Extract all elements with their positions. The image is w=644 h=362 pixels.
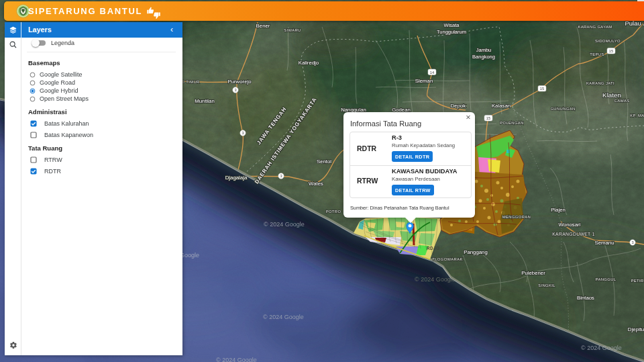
svg-text:KARANG JATI: KARANG JATI xyxy=(586,81,614,85)
svg-text:SINGKIL: SINGKIL xyxy=(538,283,555,287)
svg-text:POTRO: POTRO xyxy=(326,210,341,214)
svg-text:Klaten: Klaten xyxy=(602,91,621,99)
svg-text:Wates: Wates xyxy=(309,181,323,187)
svg-text:Kaliredjo: Kaliredjo xyxy=(299,60,319,66)
svg-text:Wisata: Wisata xyxy=(444,22,460,28)
svg-text:Jambu: Jambu xyxy=(476,47,492,53)
svg-text:Djepitu: Djepitu xyxy=(628,326,644,332)
svg-text:POLENGAN: POLENGAN xyxy=(500,121,524,125)
svg-text:Google: Google xyxy=(180,252,199,259)
svg-text:Bangkong: Bangkong xyxy=(472,54,495,60)
svg-text:Bintaos: Bintaos xyxy=(577,295,594,301)
svg-text:3: 3 xyxy=(280,174,282,178)
svg-text:Muntilan: Muntilan xyxy=(195,98,214,104)
svg-text:Djagalaja: Djagalaja xyxy=(225,175,248,181)
svg-text:PANGGUL: PANGGUL xyxy=(596,277,616,281)
svg-text:15: 15 xyxy=(486,116,490,120)
svg-text:© 2024 Google: © 2024 Google xyxy=(264,221,305,228)
svg-text:© 2024 Google: © 2024 Google xyxy=(263,314,304,320)
svg-text:GUNUNGAN: GUNUNGAN xyxy=(550,107,575,111)
svg-text:SIDOMULYO: SIDOMULYO xyxy=(595,39,621,43)
svg-text:Purworejo: Purworejo xyxy=(227,79,252,85)
svg-text:3: 3 xyxy=(631,240,633,244)
svg-text:CAWAS: CAWAS xyxy=(614,99,630,103)
svg-text:MENGGORAN: MENGGORAN xyxy=(502,215,531,219)
svg-text:Sentol: Sentol xyxy=(317,159,331,165)
svg-text:Kalasan: Kalasan xyxy=(492,103,511,109)
svg-text:Depok: Depok xyxy=(451,103,466,109)
svg-text:Tunggularum: Tunggularum xyxy=(437,29,466,35)
svg-text:3: 3 xyxy=(234,88,236,92)
svg-text:O TIMUR: O TIMUR xyxy=(181,80,199,84)
svg-text:KP. MA: KP. MA xyxy=(630,114,644,118)
svg-text:KARANG GAYAM: KARANG GAYAM xyxy=(578,25,612,29)
svg-text:14: 14 xyxy=(430,71,435,75)
svg-text:15: 15 xyxy=(609,49,613,53)
svg-text:© 2024 Google: © 2024 Google xyxy=(216,357,257,362)
svg-text:TEPUS: TEPUS xyxy=(590,52,604,56)
svg-text:Bener: Bener xyxy=(256,23,270,29)
svg-text:15: 15 xyxy=(540,87,544,91)
svg-text:TLOGOWARAK: TLOGOWARAK xyxy=(432,257,463,261)
svg-text:© 2024 Google: © 2024 Google xyxy=(415,276,455,283)
svg-text:Wonosari: Wonosari xyxy=(559,222,581,228)
svg-text:KARANGDUWET 1: KARANGDUWET 1 xyxy=(552,232,595,236)
svg-text:Panggang: Panggang xyxy=(464,249,488,255)
svg-text:SIWARU: SIWARU xyxy=(284,28,301,32)
svg-text:© 2024 Google: © 2024 Google xyxy=(581,345,622,351)
svg-text:RDJO: RDJO xyxy=(427,246,439,251)
svg-text:3: 3 xyxy=(241,131,244,135)
svg-text:PETIR: PETIR xyxy=(631,279,643,283)
svg-text:Plajen: Plajen xyxy=(551,207,566,213)
svg-text:Sleman: Sleman xyxy=(415,78,433,84)
svg-text:Semanu: Semanu xyxy=(594,240,614,246)
svg-text:Pulebener: Pulebener xyxy=(521,270,545,276)
